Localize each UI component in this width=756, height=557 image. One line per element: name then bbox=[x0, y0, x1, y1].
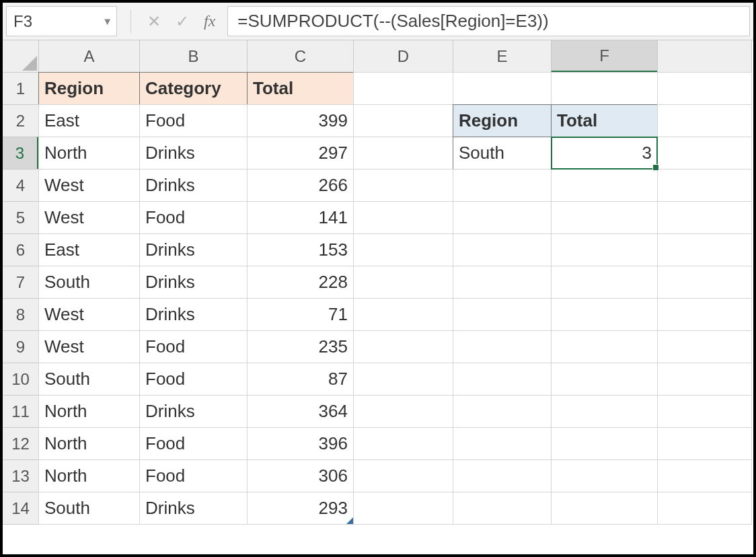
cell-C10[interactable]: 87 bbox=[247, 363, 354, 396]
cell-E11[interactable] bbox=[453, 395, 552, 428]
row-header-1[interactable]: 1 bbox=[2, 72, 39, 105]
cell-C14[interactable]: 293 bbox=[247, 492, 354, 525]
cell-E13[interactable] bbox=[453, 459, 552, 492]
cell-B11[interactable]: Drinks bbox=[139, 395, 248, 428]
cell-B12[interactable]: Food bbox=[139, 427, 248, 460]
cell-E14[interactable] bbox=[453, 492, 552, 525]
cell-A14[interactable]: South bbox=[38, 492, 140, 525]
cell-A13[interactable]: North bbox=[38, 459, 140, 492]
cell-A12[interactable]: North bbox=[38, 427, 140, 460]
cell-E8[interactable] bbox=[453, 298, 552, 331]
cell-B1[interactable]: Category bbox=[139, 72, 248, 105]
cell-D14[interactable] bbox=[353, 492, 453, 525]
row-header-3[interactable]: 3 bbox=[2, 137, 39, 170]
cell-A4[interactable]: West bbox=[38, 169, 140, 202]
cell-C4[interactable]: 266 bbox=[247, 169, 354, 202]
cell-D8[interactable] bbox=[353, 298, 453, 331]
cell-blank8[interactable] bbox=[657, 298, 752, 331]
cell-F4[interactable] bbox=[551, 169, 658, 202]
cell-blank10[interactable] bbox=[657, 363, 752, 396]
col-header-A[interactable]: A bbox=[38, 40, 140, 73]
col-header-D[interactable]: D bbox=[353, 40, 453, 73]
cell-B5[interactable]: Food bbox=[139, 201, 248, 234]
cell-D4[interactable] bbox=[353, 169, 453, 202]
col-header-C[interactable]: C bbox=[247, 40, 354, 73]
select-all-corner[interactable] bbox=[2, 40, 39, 73]
row-header-5[interactable]: 5 bbox=[2, 201, 39, 234]
cell-blank2[interactable] bbox=[657, 104, 752, 137]
cell-C5[interactable]: 141 bbox=[247, 201, 354, 234]
cell-blank4[interactable] bbox=[657, 169, 752, 202]
cell-F12[interactable] bbox=[551, 427, 658, 460]
cell-F3[interactable]: 3 bbox=[551, 137, 658, 170]
cell-E2[interactable]: Region bbox=[453, 104, 552, 137]
cell-A5[interactable]: West bbox=[38, 201, 140, 234]
cell-A10[interactable]: South bbox=[38, 363, 140, 396]
cell-D11[interactable] bbox=[353, 395, 453, 428]
cell-E6[interactable] bbox=[453, 233, 552, 266]
name-box-dropdown-icon[interactable]: ▼ bbox=[102, 15, 112, 27]
cell-E3[interactable]: South bbox=[453, 137, 552, 170]
cell-A3[interactable]: North bbox=[38, 137, 140, 170]
cell-B13[interactable]: Food bbox=[139, 459, 248, 492]
cell-A6[interactable]: East bbox=[38, 233, 140, 266]
cell-F6[interactable] bbox=[551, 233, 658, 266]
col-header-E[interactable]: E bbox=[453, 40, 552, 73]
row-header-4[interactable]: 4 bbox=[2, 169, 39, 202]
row-header-7[interactable]: 7 bbox=[2, 266, 39, 299]
cell-D7[interactable] bbox=[353, 266, 453, 299]
row-header-11[interactable]: 11 bbox=[2, 395, 39, 428]
cell-blank14[interactable] bbox=[657, 492, 752, 525]
cell-E10[interactable] bbox=[453, 363, 552, 396]
cell-B9[interactable]: Food bbox=[139, 330, 248, 363]
cell-C12[interactable]: 396 bbox=[247, 427, 354, 460]
cell-D1[interactable] bbox=[353, 72, 453, 105]
cell-A8[interactable]: West bbox=[38, 298, 140, 331]
cell-C1[interactable]: Total bbox=[247, 72, 354, 105]
cell-D5[interactable] bbox=[353, 201, 453, 234]
cell-C2[interactable]: 399 bbox=[247, 104, 354, 137]
cell-blank9[interactable] bbox=[657, 330, 752, 363]
cell-blank12[interactable] bbox=[657, 427, 752, 460]
cell-F13[interactable] bbox=[551, 459, 658, 492]
cell-D9[interactable] bbox=[353, 330, 453, 363]
cell-D3[interactable] bbox=[353, 137, 453, 170]
cell-F2[interactable]: Total bbox=[551, 104, 658, 137]
row-header-12[interactable]: 12 bbox=[2, 427, 39, 460]
cell-F9[interactable] bbox=[551, 330, 658, 363]
cell-A9[interactable]: West bbox=[38, 330, 140, 363]
cell-D13[interactable] bbox=[353, 459, 453, 492]
cell-B14[interactable]: Drinks bbox=[139, 492, 248, 525]
cell-C13[interactable]: 306 bbox=[247, 459, 354, 492]
cell-F11[interactable] bbox=[551, 395, 658, 428]
cell-F5[interactable] bbox=[551, 201, 658, 234]
cell-F10[interactable] bbox=[551, 363, 658, 396]
cell-A2[interactable]: East bbox=[38, 104, 140, 137]
cell-B7[interactable]: Drinks bbox=[139, 266, 248, 299]
row-header-8[interactable]: 8 bbox=[2, 298, 39, 331]
row-header-6[interactable]: 6 bbox=[2, 233, 39, 266]
cell-D12[interactable] bbox=[353, 427, 453, 460]
enter-icon[interactable]: ✓ bbox=[176, 12, 189, 31]
cell-E4[interactable] bbox=[453, 169, 552, 202]
row-header-13[interactable]: 13 bbox=[2, 459, 39, 492]
cell-blank1[interactable] bbox=[657, 72, 752, 105]
cell-F1[interactable] bbox=[551, 72, 658, 105]
name-box[interactable]: F3 ▼ bbox=[6, 6, 117, 36]
cell-E5[interactable] bbox=[453, 201, 552, 234]
cell-C11[interactable]: 364 bbox=[247, 395, 354, 428]
cell-B8[interactable]: Drinks bbox=[139, 298, 248, 331]
cell-blank7[interactable] bbox=[657, 266, 752, 299]
cell-blank13[interactable] bbox=[657, 459, 752, 492]
cell-B2[interactable]: Food bbox=[139, 104, 248, 137]
cell-E7[interactable] bbox=[453, 266, 552, 299]
cell-A11[interactable]: North bbox=[38, 395, 140, 428]
spreadsheet-grid[interactable]: ABCDEF1RegionCategoryTotal2EastFood399Re… bbox=[3, 40, 753, 525]
cancel-icon[interactable]: ✕ bbox=[147, 12, 161, 31]
row-header-9[interactable]: 9 bbox=[2, 330, 39, 363]
cell-C6[interactable]: 153 bbox=[247, 233, 354, 266]
cell-C8[interactable]: 71 bbox=[247, 298, 354, 331]
cell-A7[interactable]: South bbox=[38, 266, 140, 299]
cell-B3[interactable]: Drinks bbox=[139, 137, 248, 170]
cell-blank11[interactable] bbox=[657, 395, 752, 428]
